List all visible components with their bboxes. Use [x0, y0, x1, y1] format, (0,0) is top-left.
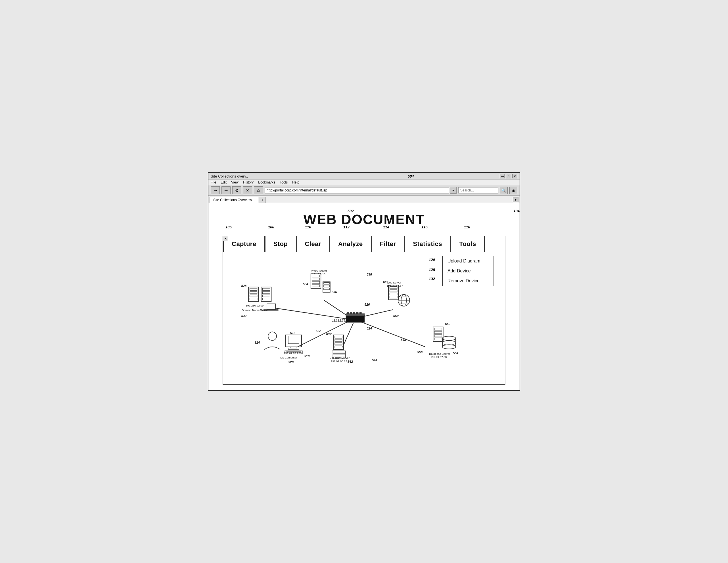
menu-bookmarks[interactable]: Bookmarks [258, 180, 275, 184]
svg-rect-38 [390, 296, 397, 298]
search-input[interactable] [458, 187, 498, 193]
stop-tool-button[interactable]: Stop [265, 236, 296, 252]
svg-text:191.29.67.87: 191.29.67.87 [387, 284, 403, 287]
maximize-button[interactable]: □ [506, 174, 511, 178]
svg-text:540: 540 [326, 332, 332, 336]
svg-text:516: 516 [290, 331, 296, 335]
close-button[interactable]: ✕ [512, 174, 517, 178]
svg-text:544: 544 [372, 359, 377, 362]
svg-rect-22 [263, 298, 270, 300]
svg-line-3 [298, 322, 348, 347]
svg-text:550: 550 [393, 314, 399, 318]
menu-file[interactable]: File [211, 180, 216, 184]
svg-point-71 [442, 341, 456, 345]
remove-device-item[interactable]: Remove Device [443, 276, 493, 286]
svg-rect-56 [335, 346, 342, 348]
menu-help[interactable]: Help [292, 180, 299, 184]
svg-line-1 [324, 300, 348, 316]
address-bar[interactable] [265, 187, 449, 193]
new-tab-button[interactable]: + [259, 197, 266, 203]
menubar: File Edit View History Bookmarks Tools H… [208, 180, 520, 185]
svg-rect-46 [288, 336, 299, 344]
ref-106: 106 [225, 225, 232, 229]
settings-button[interactable]: ⚙ [232, 186, 241, 194]
upload-diagram-item[interactable]: Upload Diagram [443, 256, 493, 266]
ref-120: 120 [429, 257, 435, 262]
capture-button[interactable]: Capture [223, 236, 265, 252]
app-panel-wrapper: 106 108 110 112 114 116 118 ✕ Capture St… [217, 233, 511, 385]
svg-text:542: 542 [348, 360, 353, 363]
tab-site-collections[interactable]: Site Collections Overview... [210, 197, 258, 203]
ref-116: 116 [421, 225, 428, 229]
browser-controls: — □ ✕ [500, 174, 517, 178]
menu-edit[interactable]: Edit [221, 180, 227, 184]
menu-view[interactable]: View [231, 180, 239, 184]
svg-point-67 [442, 336, 456, 341]
ref-504: 504 [408, 174, 414, 178]
svg-text:534: 534 [303, 283, 308, 286]
tools-dropdown: 120 128 132 Upload Diagram Add Device Re… [442, 255, 493, 286]
svg-text:528: 528 [241, 284, 247, 288]
browser-toolbar: → ← ⚙ ✕ ⌂ ▼ 🔍 ◉ [208, 185, 520, 196]
svg-rect-16 [250, 295, 257, 297]
back-button[interactable]: ← [221, 186, 231, 194]
svg-rect-27 [312, 278, 320, 280]
svg-line-5 [360, 322, 425, 347]
app-toolbar: Capture Stop Clear Analyze Filter Statis… [223, 236, 505, 252]
tabbar-dropdown[interactable]: ▼ [513, 197, 518, 202]
ref-108: 108 [268, 225, 274, 229]
svg-text:514: 514 [254, 341, 260, 344]
browser-window: Site Collections overv.. 504 — □ ✕ File … [208, 172, 520, 391]
address-dropdown[interactable]: ▼ [450, 187, 457, 194]
svg-text:191.2.9.10: 191.2.9.10 [312, 272, 326, 275]
svg-text:556: 556 [417, 351, 422, 354]
filter-button[interactable]: Filter [371, 236, 405, 252]
content-area: WEB DOCUMENT 502 104 106 108 110 112 114… [208, 203, 520, 385]
svg-rect-10 [353, 312, 355, 314]
ref-110: 110 [305, 225, 311, 229]
home-button[interactable]: ⌂ [254, 186, 263, 194]
svg-text:518: 518 [304, 355, 309, 358]
minimize-button[interactable]: — [500, 174, 505, 178]
svg-rect-14 [250, 288, 257, 290]
browser-titlebar: Site Collections overv.. 504 — □ ✕ [208, 173, 520, 180]
svg-rect-31 [324, 283, 330, 285]
search-button[interactable]: 🔍 [500, 187, 508, 194]
svg-text:526: 526 [365, 303, 370, 306]
svg-text:191.67.87.203: 191.67.87.203 [284, 352, 302, 355]
svg-rect-32 [324, 285, 330, 287]
svg-rect-19 [263, 288, 270, 290]
svg-text:191.92.83.1: 191.92.83.1 [332, 319, 348, 322]
svg-rect-6 [346, 315, 365, 323]
svg-rect-64 [434, 332, 442, 334]
ref-114: 114 [383, 225, 389, 229]
analyze-button[interactable]: Analyze [330, 236, 371, 252]
statistics-button[interactable]: Statistics [405, 236, 451, 252]
svg-text:552: 552 [445, 322, 450, 326]
add-device-item[interactable]: Add Device [443, 266, 493, 276]
menu-tools[interactable]: Tools [280, 180, 288, 184]
svg-rect-15 [250, 292, 257, 294]
svg-text:191.29.67.88: 191.29.67.88 [430, 355, 447, 359]
clear-button[interactable]: Clear [296, 236, 330, 252]
svg-rect-25 [311, 274, 321, 288]
svg-line-0 [276, 308, 347, 319]
svg-rect-29 [312, 285, 320, 287]
svg-text:538: 538 [367, 273, 372, 276]
menu-history[interactable]: History [243, 180, 254, 184]
svg-rect-48 [288, 348, 299, 350]
forward-button[interactable]: → [211, 186, 220, 194]
tools-button[interactable]: Tools [451, 236, 485, 252]
svg-rect-54 [335, 340, 342, 342]
svg-text:Directory Server: Directory Server [329, 356, 350, 359]
address-bar-container: ▼ [265, 187, 457, 194]
svg-text:546: 546 [383, 280, 388, 284]
svg-rect-62 [433, 327, 443, 342]
stop-button[interactable]: ✕ [243, 186, 252, 194]
svg-rect-53 [335, 336, 342, 338]
svg-text:554: 554 [453, 352, 459, 355]
panel-close-button[interactable]: ✕ [223, 236, 228, 241]
camera-button[interactable]: ◉ [509, 187, 517, 194]
browser-title: Site Collections overv.. [211, 174, 248, 178]
svg-rect-9 [350, 312, 352, 314]
